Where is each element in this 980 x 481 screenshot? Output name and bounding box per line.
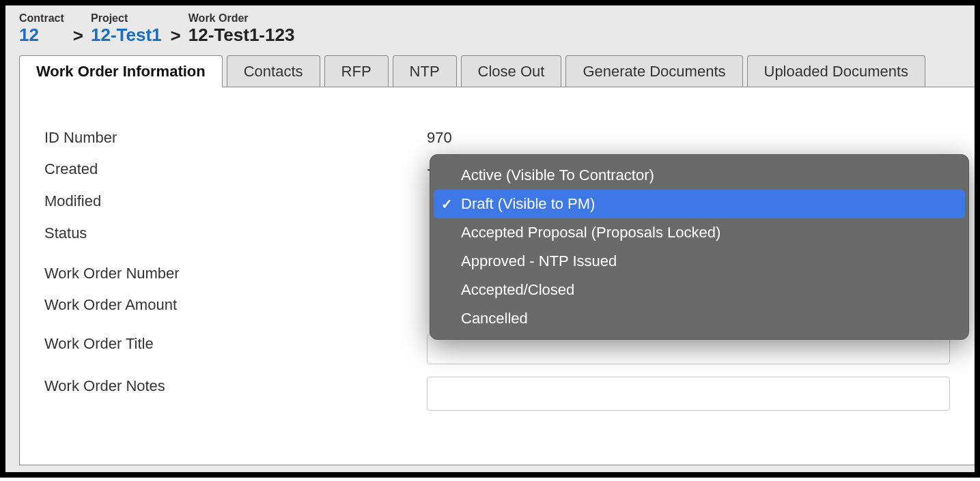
tab-ntp[interactable]: NTP xyxy=(393,55,457,87)
check-icon: ✓ xyxy=(439,196,454,212)
breadcrumb-project-label: Project xyxy=(91,12,162,25)
tab-work-order-information[interactable]: Work Order Information xyxy=(19,55,223,87)
row-wo-notes: Work Order Notes xyxy=(44,377,950,416)
status-option-label: Draft (Visible to PM) xyxy=(461,195,595,213)
label-wo-title: Work Order Title xyxy=(44,334,427,354)
wo-notes-input[interactable] xyxy=(427,377,950,411)
label-wo-number: Work Order Number xyxy=(44,264,427,284)
status-option-approved-ntp[interactable]: ✓ Approved - NTP Issued xyxy=(430,247,969,276)
tab-uploaded-documents[interactable]: Uploaded Documents xyxy=(747,55,926,87)
label-wo-notes: Work Order Notes xyxy=(44,377,427,396)
status-option-accepted-proposal[interactable]: ✓ Accepted Proposal (Proposals Locked) xyxy=(430,218,969,247)
label-wo-amount: Work Order Amount xyxy=(44,295,427,315)
breadcrumb-contract-label: Contract xyxy=(19,12,64,25)
row-id-number: ID Number 970 xyxy=(44,128,950,148)
label-status: Status xyxy=(44,224,427,244)
status-option-label: Active (Visible To Contractor) xyxy=(461,166,654,184)
breadcrumb-separator-icon: > xyxy=(69,27,87,45)
tab-generate-documents[interactable]: Generate Documents xyxy=(565,55,742,87)
status-option-label: Cancelled xyxy=(461,310,528,327)
tab-rfp[interactable]: RFP xyxy=(324,55,389,87)
status-option-label: Accepted Proposal (Proposals Locked) xyxy=(461,224,720,242)
status-option-accepted-closed[interactable]: ✓ Accepted/Closed xyxy=(430,276,969,304)
breadcrumb-project-link[interactable]: 12-Test1 xyxy=(91,25,162,46)
status-option-label: Approved - NTP Issued xyxy=(461,252,617,270)
breadcrumb-separator-icon: > xyxy=(167,27,185,45)
tab-close-out[interactable]: Close Out xyxy=(461,55,562,87)
status-option-active[interactable]: ✓ Active (Visible To Contractor) xyxy=(430,161,969,190)
form-panel: ID Number 970 Created - Modified Status … xyxy=(19,87,975,465)
status-option-label: Accepted/Closed xyxy=(461,281,574,299)
breadcrumb-workorder: Work Order 12-Test1-123 xyxy=(188,12,295,46)
tabs-row: Work Order Information Contacts RFP NTP … xyxy=(5,55,975,87)
breadcrumb-contract: Contract 12 xyxy=(19,12,64,46)
tab-contacts[interactable]: Contacts xyxy=(227,55,320,87)
breadcrumb-project: Project 12-Test1 xyxy=(91,12,162,46)
status-option-cancelled[interactable]: ✓ Cancelled xyxy=(430,304,969,333)
breadcrumb-contract-link[interactable]: 12 xyxy=(19,25,64,46)
breadcrumb-workorder-value: 12-Test1-123 xyxy=(188,25,295,46)
label-modified: Modified xyxy=(44,192,427,212)
label-id-number: ID Number xyxy=(44,128,427,148)
breadcrumb-workorder-label: Work Order xyxy=(188,12,295,25)
value-id-number: 970 xyxy=(427,128,950,148)
app-window: Contract 12 > Project 12-Test1 > Work Or… xyxy=(0,0,980,478)
status-option-draft[interactable]: ✓ Draft (Visible to PM) xyxy=(434,190,965,218)
status-dropdown-popup: ✓ Active (Visible To Contractor) ✓ Draft… xyxy=(430,154,969,340)
label-created: Created xyxy=(44,160,427,179)
breadcrumb: Contract 12 > Project 12-Test1 > Work Or… xyxy=(5,5,975,55)
